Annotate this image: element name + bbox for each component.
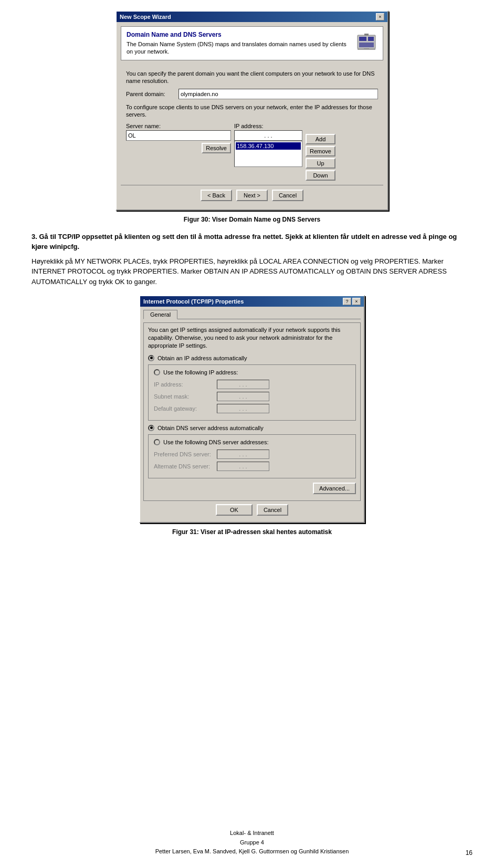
ip-list-item-1[interactable]: 158.36.47.130: [236, 142, 301, 150]
default-gateway-label: Default gateway:: [154, 405, 217, 412]
titlebar-30: New Scope Wizard ×: [117, 12, 387, 22]
ip-address-field: [217, 380, 269, 389]
figure-30-container: New Scope Wizard × Domain Name and DNS S…: [32, 11, 472, 211]
dialog-footer-30: < Back Next > Cancel: [121, 185, 383, 205]
footer-line3: Petter Larsen, Eva M. Sandved, Kjell G. …: [155, 848, 349, 854]
resolve-button[interactable]: Resolve: [202, 143, 231, 153]
alternate-dns-field: [217, 462, 269, 471]
close-button-30[interactable]: ×: [376, 13, 384, 20]
header-text-30: Domain Name and DNS Servers The Domain N…: [127, 31, 351, 56]
titlebar-buttons-31: ? ×: [343, 298, 361, 305]
server-name-label: Server name:: [126, 123, 231, 129]
page-number: 16: [466, 849, 472, 856]
subnet-mask-field: [217, 392, 269, 401]
figure-31-caption: Figur 31: Viser at IP-adressen skal hent…: [32, 528, 472, 536]
ip-address-field-label: IP address:: [154, 381, 217, 388]
header-title-30: Domain Name and DNS Servers: [127, 31, 351, 38]
footer-line2: Gruppe 4: [240, 839, 264, 845]
tcp-footer: OK Cancel: [143, 501, 361, 519]
paragraph-1: 3. Gå til TCP/IP oppsettet på klienten o…: [32, 232, 472, 252]
svg-rect-1: [359, 37, 366, 41]
advanced-button[interactable]: Advanced...: [313, 483, 356, 494]
use-dns-group: Use the following DNS server addresses: …: [148, 434, 356, 478]
down-button[interactable]: Down: [306, 170, 335, 181]
server-name-input[interactable]: [126, 130, 231, 141]
add-button[interactable]: Add: [306, 134, 335, 144]
default-gateway-field: [217, 404, 269, 413]
ip-list-box: 158.36.47.130: [234, 141, 302, 167]
tcp-content: You can get IP settings assigned automat…: [143, 322, 361, 501]
new-scope-wizard-dialog: New Scope Wizard × Domain Name and DNS S…: [116, 11, 388, 211]
radio-obtain-ip[interactable]: [148, 355, 154, 361]
parent-domain-input[interactable]: [178, 89, 378, 99]
radio-use-ip[interactable]: [154, 369, 160, 375]
close-button-31[interactable]: ×: [352, 298, 361, 305]
paragraph-1-text: 3. Gå til TCP/IP oppsettet på klienten o…: [32, 233, 457, 251]
form-section-30: You can specify the parent domain you wa…: [121, 66, 383, 185]
server-buttons-col: Add Remove Up Down: [306, 123, 335, 181]
paragraph-2: Høyreklikk på MY NETWORK PLACEs, trykk P…: [32, 256, 472, 287]
text-section: 3. Gå til TCP/IP oppsettet på klienten o…: [32, 232, 472, 287]
tcp-body: General You can get IP settings assigned…: [140, 307, 364, 522]
titlebar-30-text: New Scope Wizard: [120, 14, 171, 20]
preferred-dns-field: [217, 450, 269, 459]
server-columns: Server name: Resolve IP address:: [126, 123, 378, 181]
radio-use-dns[interactable]: [154, 439, 160, 445]
ip-address-field-row: IP address:: [154, 380, 350, 389]
radio-use-ip-label: Use the following IP address:: [163, 369, 238, 375]
ip-col: IP address: 158.36.47.130: [234, 123, 302, 167]
radio-use-ip-row[interactable]: Use the following IP address:: [154, 369, 350, 375]
tab-bar: General: [143, 310, 361, 319]
parent-domain-label: Parent domain:: [126, 91, 178, 97]
alternate-dns-row: Alternate DNS server:: [154, 462, 350, 471]
svg-rect-6: [358, 49, 375, 50]
server-name-col: Server name: Resolve: [126, 123, 231, 153]
radio-obtain-ip-label: Obtain an IP address automatically: [158, 355, 247, 361]
page-footer: Lokal- & Intranett Gruppe 4 Petter Larse…: [0, 829, 504, 856]
ok-button-31[interactable]: OK: [216, 504, 253, 516]
dialog-header-30: Domain Name and DNS Servers The Domain N…: [121, 26, 383, 60]
svg-rect-3: [359, 43, 374, 47]
tcp-info-text: You can get IP settings assigned automat…: [148, 326, 356, 350]
page-content: New Scope Wizard × Domain Name and DNS S…: [0, 0, 504, 565]
ip-input[interactable]: [234, 130, 302, 141]
parent-domain-row: Parent domain:: [126, 89, 378, 99]
cancel-button-31[interactable]: Cancel: [257, 504, 288, 516]
advanced-row: Advanced...: [148, 483, 356, 494]
help-button-31[interactable]: ?: [343, 298, 351, 305]
default-gateway-field-row: Default gateway:: [154, 404, 350, 413]
titlebar-31-text: Internet Protocol (TCP/IP) Properties: [143, 298, 244, 305]
remove-button[interactable]: Remove: [306, 146, 335, 156]
svg-rect-2: [368, 37, 374, 41]
preferred-dns-row: Preferred DNS server:: [154, 450, 350, 459]
subnet-mask-field-row: Subnet mask:: [154, 392, 350, 401]
figure-31-container: Internet Protocol (TCP/IP) Properties ? …: [32, 295, 472, 523]
up-button[interactable]: Up: [306, 158, 335, 169]
tab-general[interactable]: General: [143, 310, 177, 319]
ip-address-label: IP address:: [234, 123, 302, 129]
radio-obtain-ip-row[interactable]: Obtain an IP address automatically: [148, 355, 356, 361]
preferred-dns-label: Preferred DNS server:: [154, 451, 217, 457]
alternate-dns-label: Alternate DNS server:: [154, 463, 217, 469]
footer-line1: Lokal- & Intranett: [230, 830, 274, 836]
titlebar-buttons-30: ×: [376, 13, 384, 20]
resolve-row: Resolve: [126, 143, 231, 153]
cancel-button-30[interactable]: Cancel: [272, 190, 303, 201]
next-button-30[interactable]: Next >: [236, 190, 268, 201]
subnet-mask-label: Subnet mask:: [154, 393, 217, 400]
back-button-30[interactable]: < Back: [201, 190, 232, 201]
radio-obtain-dns[interactable]: [148, 425, 154, 431]
dns-icon: [355, 31, 377, 53]
tcp-ip-dialog: Internet Protocol (TCP/IP) Properties ? …: [139, 295, 365, 523]
dialog-body-30: Domain Name and DNS Servers The Domain N…: [117, 22, 387, 210]
server-config-text: To configure scope clients to use DNS se…: [126, 103, 378, 119]
server-section: Server name: Resolve IP address:: [126, 123, 378, 181]
figure-30-caption: Figur 30: Viser Domain Name og DNS Serve…: [32, 216, 472, 223]
radio-obtain-dns-label: Obtain DNS server address automatically: [158, 425, 264, 431]
radio-use-dns-label: Use the following DNS server addresses:: [163, 439, 269, 445]
header-desc-30: The Domain Name System (DNS) maps and tr…: [127, 40, 351, 56]
radio-use-dns-row[interactable]: Use the following DNS server addresses:: [154, 439, 350, 445]
radio-obtain-dns-row[interactable]: Obtain DNS server address automatically: [148, 425, 356, 431]
titlebar-31: Internet Protocol (TCP/IP) Properties ? …: [140, 296, 364, 307]
use-ip-group: Use the following IP address: IP address…: [148, 364, 356, 421]
